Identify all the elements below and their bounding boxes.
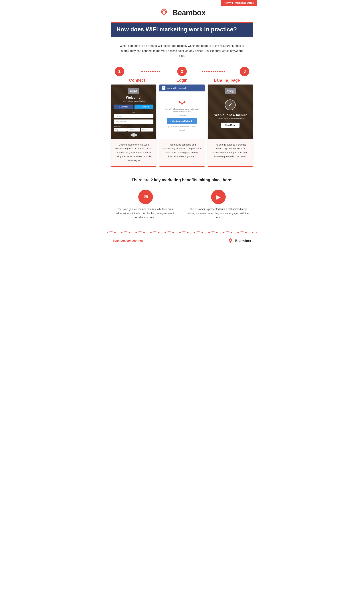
dot	[143, 71, 145, 72]
dot	[210, 71, 212, 72]
intro-text: When someone is an area of WiFi coverage…	[107, 37, 257, 65]
tw-icon: 🐦	[139, 106, 141, 108]
step-circle-2: 2	[177, 67, 187, 76]
dot	[206, 71, 208, 72]
dot	[213, 71, 214, 72]
privacy-text: 🔒 This doesn't let the app post to Faceb…	[167, 126, 196, 128]
footer-logo-icon	[228, 238, 233, 244]
dob-day[interactable]: Day ▼	[114, 128, 127, 132]
form-fields: Full name Email address Date of birth Da…	[114, 114, 154, 132]
dot	[155, 71, 156, 72]
card-login: f Log in With Facebook	[159, 84, 205, 167]
brand-name: Beambox	[172, 8, 206, 17]
dob-row: Day ▼ Month ▼ Year ▼	[114, 128, 154, 132]
card-connect-desc: User selects the store's WiFi connection…	[111, 139, 156, 167]
view-menu-btn[interactable]: View Menu	[221, 122, 239, 128]
benefit-item-cta: ▶ The customer is presented with a CTA i…	[186, 190, 251, 220]
steps-header: 1 2 3	[107, 65, 257, 76]
dot	[224, 71, 225, 72]
card-landing: SOCIALPANTRY ✓ Seen our new menu? Click …	[208, 84, 253, 167]
social-pantry-badge-1: SOCIALPANTRY	[128, 88, 139, 94]
footer-logo: Beambox	[228, 238, 251, 244]
dot	[148, 71, 149, 72]
card-connect: SOCIALPANTRY Welcome! Select a login met…	[111, 84, 156, 167]
step-label-1: Connect	[115, 78, 160, 83]
benefits-section: There are 2 key marketing benefits takin…	[107, 169, 257, 225]
screen-login: f Log in With Facebook	[159, 84, 205, 139]
top-banner: How WiFi marketing works	[221, 0, 257, 6]
step-dots-2-3	[187, 71, 240, 72]
dot	[208, 71, 210, 72]
facebook-connect-btn[interactable]: f Connect	[114, 105, 133, 109]
continue-btn[interactable]: Continue as Richard	[167, 118, 197, 124]
fb-icon: f	[119, 106, 120, 108]
benefits-title: There are 2 key marketing benefits takin…	[113, 178, 251, 182]
benefits-grid: ✉ The store gains customer data (usually…	[113, 190, 251, 220]
dot	[146, 71, 147, 72]
permission-text: Free WiFi will receive your public profi…	[163, 108, 201, 113]
footer-brand-name: Beambox	[235, 239, 251, 243]
dob-year[interactable]: Year ▼	[141, 128, 154, 132]
select-method-text: Select a login method below	[122, 100, 145, 102]
wavy-divider	[107, 231, 257, 234]
screen-landing: SOCIALPANTRY ✓ Seen our new menu? Click …	[208, 84, 253, 139]
dot	[150, 71, 151, 72]
next-button[interactable]: ›	[130, 133, 137, 137]
wifi-icon-screen2	[178, 99, 186, 106]
or-divider: OR	[132, 111, 135, 113]
footer: beambox.com/connect Beambox	[107, 235, 257, 249]
benefit-icon-cta: ▶	[211, 190, 226, 204]
benefit-icon-email: ✉	[138, 190, 153, 204]
fullname-field[interactable]: Full name	[114, 114, 154, 118]
cards-container: SOCIALPANTRY Welcome! Select a login met…	[107, 84, 257, 167]
social-pantry-badge-3: SOCIALPANTRY	[225, 88, 236, 94]
card-landing-desc: The user is taken to a branded landing p…	[208, 139, 253, 167]
footer-link[interactable]: beambox.com/connect	[113, 239, 144, 242]
twitter-connect-btn[interactable]: 🐦 Connect	[134, 105, 154, 109]
step-circle-3: 3	[240, 67, 249, 76]
dot	[142, 71, 143, 72]
step-label-3: Landing page	[204, 78, 249, 83]
step-dots-1-2	[124, 71, 177, 72]
top-banner-label: How WiFi marketing works	[224, 1, 254, 4]
social-buttons: f Connect 🐦 Connect	[114, 105, 154, 109]
benefit-item-email: ✉ The store gains customer data (usually…	[113, 190, 178, 220]
checkmark-circle: ✓	[225, 99, 236, 110]
fb-login-bar: f Log in With Facebook	[159, 84, 205, 92]
dot	[159, 71, 160, 72]
cancel-link[interactable]: Cancel	[180, 129, 184, 131]
edit-link[interactable]: ✓ Edit This	[178, 115, 186, 116]
dot	[219, 71, 221, 72]
check-it-text: Click the button below to check it out	[217, 118, 244, 120]
benefit-text-email: The store gains customer data (usually, …	[113, 207, 178, 220]
email-field[interactable]: Email address	[114, 120, 154, 124]
dot	[215, 71, 216, 72]
svg-point-1	[182, 104, 182, 105]
card-login-desc: Their device connects and immediately th…	[159, 139, 205, 167]
hero-banner: How does WiFi marketing work in practice…	[111, 22, 253, 37]
beambox-logo-icon	[158, 7, 169, 18]
dob-label: Date of birth	[114, 125, 154, 127]
dot	[221, 71, 223, 72]
svg-point-0	[163, 14, 165, 15]
dot	[217, 71, 218, 72]
fb-login-label: Log in With Facebook	[167, 87, 186, 89]
screen-connect: SOCIALPANTRY Welcome! Select a login met…	[111, 84, 156, 139]
svg-point-2	[230, 241, 231, 242]
dot	[152, 71, 154, 72]
step-circle-1: 1	[115, 67, 124, 76]
steps-labels: Connect Login Landing page	[107, 76, 257, 84]
step-label-2: Login	[160, 78, 205, 83]
seen-menu-text: Seen our new menu?	[214, 113, 247, 117]
fb-icon-small: f	[162, 86, 165, 90]
benefit-text-cta: The customer is presented with a CTA imm…	[186, 207, 251, 220]
dot	[157, 71, 158, 72]
welcome-text: Welcome!	[126, 96, 142, 100]
hero-heading: How does WiFi marketing work in practice…	[117, 26, 247, 33]
dot	[202, 71, 203, 72]
dot	[204, 71, 205, 72]
dob-month[interactable]: Month ▼	[127, 128, 140, 132]
